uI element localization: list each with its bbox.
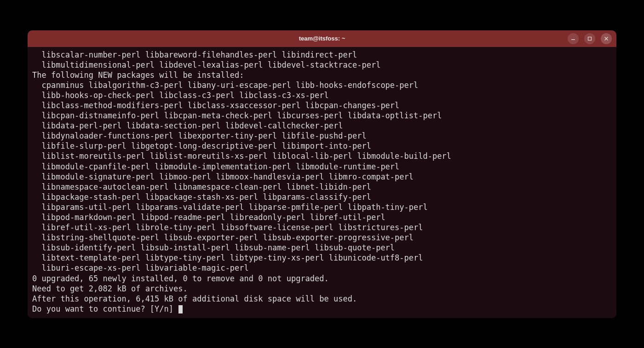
terminal-line: libmodule-cpanfile-perl libmodule-implem…: [32, 162, 612, 172]
terminal-line: libmultidimensional-perl libdevel-lexali…: [32, 60, 612, 70]
terminal-line: libscalar-number-perl libbareword-fileha…: [32, 50, 612, 60]
titlebar: team@itsfoss: ~: [28, 30, 616, 47]
terminal-line: libref-util-xs-perl librole-tiny-perl li…: [32, 222, 612, 232]
svg-rect-6: [588, 37, 592, 40]
terminal-output: libscalar-number-perl libbareword-fileha…: [32, 50, 612, 314]
terminal-line: libnamespace-autoclean-perl libnamespace…: [32, 182, 612, 192]
terminal-line: Need to get 2,082 kB of archives.: [32, 284, 612, 294]
terminal-line: libtext-template-perl libtype-tiny-perl …: [32, 253, 612, 263]
minimize-button[interactable]: [568, 33, 579, 44]
close-button[interactable]: [601, 33, 612, 44]
terminal-window: team@itsfoss: ~: [28, 30, 616, 318]
terminal-line: 0 upgraded, 65 newly installed, 0 to rem…: [32, 273, 612, 284]
terminal-line: libdynaloader-functions-perl libexporter…: [32, 131, 612, 141]
window-title: team@itsfoss: ~: [299, 35, 345, 42]
terminal-line: Do you want to continue? [Y/n]: [32, 304, 612, 314]
maximize-button[interactable]: [584, 33, 595, 44]
terminal-line: libpackage-stash-perl libpackage-stash-x…: [32, 192, 612, 202]
terminal-line: liblist-moreutils-perl liblist-moreutils…: [32, 151, 612, 161]
window-controls: [568, 33, 612, 44]
terminal-line: libmodule-signature-perl libmoo-perl lib…: [32, 172, 612, 182]
terminal-line: The following NEW packages will be insta…: [32, 70, 612, 80]
terminal-line: libstring-shellquote-perl libsub-exporte…: [32, 232, 612, 243]
terminal-line: libclass-method-modifiers-perl libclass-…: [32, 100, 612, 110]
terminal-body[interactable]: libscalar-number-perl libbareword-fileha…: [28, 47, 616, 318]
cursor: [178, 305, 183, 313]
terminal-line: cpanminus libalgorithm-c3-perl libany-ur…: [32, 80, 612, 90]
terminal-line: After this operation, 6,415 kB of additi…: [32, 294, 612, 304]
terminal-line: libpod-markdown-perl libpod-readme-perl …: [32, 212, 612, 222]
terminal-line: libcpan-distnameinfo-perl libcpan-meta-c…: [32, 110, 612, 121]
terminal-line: libparams-util-perl libparams-validate-p…: [32, 202, 612, 212]
terminal-line: liburi-escape-xs-perl libvariable-magic-…: [32, 263, 612, 273]
terminal-line: libdata-perl-perl libdata-section-perl l…: [32, 121, 612, 131]
terminal-line: libfile-slurp-perl libgetopt-long-descri…: [32, 141, 612, 151]
terminal-line: libb-hooks-op-check-perl libclass-c3-per…: [32, 90, 612, 100]
terminal-line: libsub-identify-perl libsub-install-perl…: [32, 243, 612, 253]
